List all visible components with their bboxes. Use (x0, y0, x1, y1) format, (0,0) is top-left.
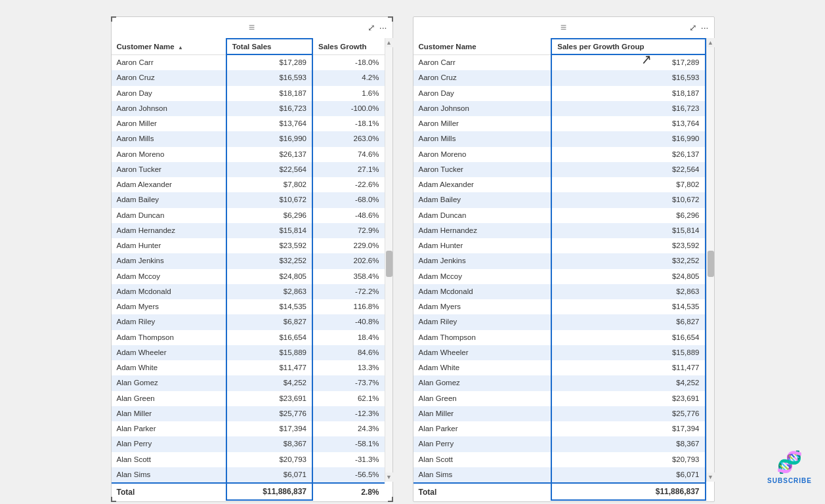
subscribe-area: 🧬 SUBSCRIBE (767, 450, 812, 484)
table-row: Aaron Cruz $16,593 4.2% (112, 70, 385, 85)
cell-name: Alan Perry (112, 436, 226, 452)
cell-growth: 229.0% (312, 238, 384, 253)
cell-sales: $17,289 (551, 54, 705, 70)
cell-sales: $22,564 (551, 162, 705, 177)
widget-1: ≡ ⤢ ··· Customer Name ▲ Total Sales (111, 16, 393, 502)
more-icon[interactable]: ··· (379, 22, 387, 33)
cell-name: Adam Mccoy (112, 269, 226, 284)
cell-sales: $6,071 (226, 467, 312, 483)
table-row: Adam Bailey $10,672 -68.0% (112, 192, 385, 207)
cell-name: Aaron Moreno (112, 147, 226, 162)
cell-growth: -22.6% (312, 177, 384, 192)
subscribe-label[interactable]: SUBSCRIBE (767, 477, 812, 484)
cell-growth: 62.1% (312, 391, 384, 406)
table-row: Aaron Day $18,187 (413, 86, 706, 101)
table-row: Aaron Carr $17,289 (413, 54, 706, 70)
toolbar-grip-2[interactable]: ≡ (561, 22, 566, 33)
col-sales-growth[interactable]: Sales Growth (312, 39, 384, 54)
data-table-1: Customer Name ▲ Total Sales Sales Growth… (112, 38, 385, 501)
cell-growth: 27.1% (312, 162, 384, 177)
cell-growth: 74.6% (312, 147, 384, 162)
cell-name: Adam Wheeler (413, 345, 552, 360)
cell-name: Alan Gomez (112, 375, 226, 390)
table-row: Adam Duncan $6,296 -48.6% (112, 208, 385, 223)
cell-sales: $13,764 (226, 116, 312, 131)
corner-bl (111, 497, 116, 502)
cell-growth: -100.0% (312, 101, 384, 116)
table-row: Aaron Moreno $26,137 74.6% (112, 147, 385, 162)
table-row: Adam Thompson $16,654 (413, 330, 706, 345)
footer-sales-2: $11,886,837 (551, 483, 705, 500)
col-customer-name[interactable]: Customer Name ▲ (112, 39, 226, 54)
cell-sales: $15,814 (226, 223, 312, 238)
cell-sales: $16,593 (551, 70, 705, 85)
cell-name: Adam Bailey (413, 192, 552, 207)
cell-sales: $15,889 (551, 345, 705, 360)
cell-name: Adam Hunter (413, 238, 552, 253)
cell-growth: 202.6% (312, 253, 384, 268)
cell-name: Adam Jenkins (413, 253, 552, 268)
table-row: Alan Green $23,691 62.1% (112, 391, 385, 406)
col-total-sales[interactable]: Total Sales (226, 39, 312, 54)
cell-growth: 84.6% (312, 345, 384, 360)
cell-name: Adam Hernandez (112, 223, 226, 238)
toolbar-actions: ⤢ ··· (368, 22, 387, 33)
scroll-down-2[interactable]: ▼ (707, 472, 715, 482)
cell-sales: $6,827 (226, 314, 312, 329)
footer-sales: $11,886,837 (226, 483, 312, 500)
table-row: Alan Miller $25,776 -12.3% (112, 406, 385, 421)
cell-sales: $10,672 (551, 192, 705, 207)
table-row: Adam Duncan $6,296 (413, 208, 706, 223)
cell-sales: $26,137 (551, 147, 705, 162)
cell-sales: $4,252 (551, 375, 705, 390)
table-row: Aaron Johnson $16,723 -100.0% (112, 101, 385, 116)
table-container-2: Customer Name Sales per Growth Group Aar… (413, 38, 714, 501)
cell-name: Alan Green (112, 391, 226, 406)
expand-icon-2[interactable]: ⤢ (689, 22, 697, 33)
toolbar-grip[interactable]: ≡ (249, 22, 255, 33)
cell-sales: $6,071 (551, 467, 705, 483)
table-header-row-2: Customer Name Sales per Growth Group (413, 39, 706, 54)
cell-sales: $18,187 (551, 86, 705, 101)
col-customer-name-2[interactable]: Customer Name (413, 39, 552, 54)
cell-name: Aaron Miller (413, 116, 552, 131)
table-row: Aaron Mills $16,990 263.0% (112, 131, 385, 146)
cell-name: Alan Parker (112, 421, 226, 436)
cell-name: Adam Hunter (112, 238, 226, 253)
expand-icon[interactable]: ⤢ (368, 22, 375, 33)
cell-sales: $16,654 (551, 330, 705, 345)
cell-sales: $2,863 (551, 284, 705, 299)
cell-sales: $20,793 (226, 452, 312, 467)
table-row: Adam Bailey $10,672 (413, 192, 706, 207)
cell-name: Adam Wheeler (112, 345, 226, 360)
cell-growth: -31.3% (312, 452, 384, 467)
table-row: Alan Parker $17,394 (413, 421, 706, 436)
toolbar-actions-2: ⤢ ··· (689, 22, 709, 33)
cell-name: Aaron Tucker (413, 162, 552, 177)
scroll-down-1[interactable]: ▼ (385, 472, 393, 482)
table-row: Adam Wheeler $15,889 (413, 345, 706, 360)
col-sales-group[interactable]: Sales per Growth Group (551, 39, 705, 54)
scrollbar-1[interactable]: ▲ ▼ (385, 38, 392, 482)
footer-label: Total (112, 483, 226, 500)
table-row: Alan Parker $17,394 24.3% (112, 421, 385, 436)
cell-name: Aaron Carr (112, 54, 226, 70)
scroll-up-1[interactable]: ▲ (385, 38, 393, 47)
table-row: Aaron Mills $16,990 (413, 131, 706, 146)
scrollbar-thumb-1[interactable] (386, 251, 392, 277)
scroll-up-2[interactable]: ▲ (707, 38, 715, 47)
cell-name: Adam Hernandez (413, 223, 552, 238)
scrollbar-thumb-2[interactable] (708, 251, 714, 277)
cell-growth: 1.6% (312, 86, 384, 101)
cell-growth: -58.1% (312, 436, 384, 452)
cell-sales: $10,672 (226, 192, 312, 207)
cell-name: Alan Green (413, 391, 552, 406)
cell-sales: $14,535 (551, 299, 705, 314)
table-row: Adam Alexander $7,802 (413, 177, 706, 192)
cell-name: Alan Parker (413, 421, 552, 436)
cell-name: Aaron Moreno (413, 147, 552, 162)
more-icon-2[interactable]: ··· (701, 22, 709, 33)
cell-sales: $23,592 (226, 238, 312, 253)
scrollbar-2[interactable]: ▲ ▼ (706, 38, 714, 482)
grip-icon: ≡ (249, 22, 255, 33)
